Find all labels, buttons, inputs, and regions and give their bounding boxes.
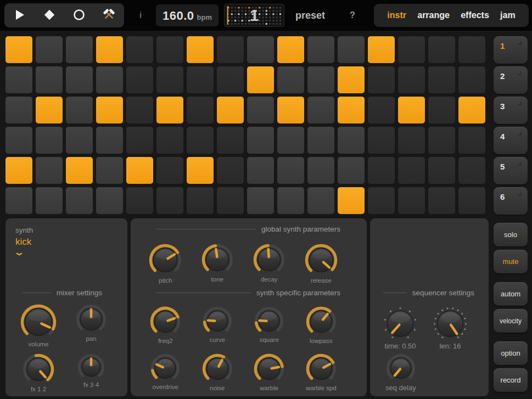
knob-overdrive[interactable]	[150, 353, 180, 383]
step-cell-r6-c4[interactable]	[96, 187, 123, 214]
step-cell-r2-c9[interactable]	[247, 66, 274, 93]
step-cell-r4-c6[interactable]	[156, 127, 183, 154]
step-cell-r5-c16[interactable]	[458, 157, 485, 184]
step-cell-r1-c2[interactable]	[36, 36, 63, 63]
step-cell-r3-c1[interactable]	[5, 97, 32, 123]
step-cell-r6-c9[interactable]	[247, 187, 274, 214]
knob-pitch[interactable]	[149, 244, 182, 277]
step-cell-r6-c1[interactable]	[5, 187, 32, 214]
knob-fx34[interactable]	[77, 353, 105, 381]
tab-arrange[interactable]: arrange	[416, 8, 451, 23]
step-cell-r5-c13[interactable]	[368, 157, 395, 184]
knob-lowpass[interactable]	[306, 306, 337, 337]
step-cell-r2-c11[interactable]	[307, 66, 334, 93]
tools-button[interactable]	[98, 4, 120, 26]
step-cell-r4-c15[interactable]	[428, 127, 455, 154]
step-cell-r6-c10[interactable]	[277, 187, 304, 214]
step-cell-r6-c16[interactable]	[458, 187, 485, 214]
knob-fx12[interactable]	[23, 353, 54, 385]
knob-volume[interactable]	[20, 304, 57, 340]
step-cell-r1-c5[interactable]	[126, 36, 153, 63]
step-cell-r3-c6[interactable]	[156, 97, 183, 123]
step-cell-r6-c2[interactable]	[36, 187, 63, 214]
knob-pan[interactable]	[76, 304, 107, 335]
step-cell-r1-c9[interactable]	[247, 36, 274, 63]
step-cell-r3-c14[interactable]	[398, 97, 425, 123]
step-cell-r2-c5[interactable]	[126, 66, 153, 93]
tab-jam[interactable]: jam	[499, 8, 517, 23]
knob-noise[interactable]	[202, 353, 233, 384]
step-cell-r3-c13[interactable]	[368, 97, 395, 123]
knob-time[interactable]	[383, 306, 418, 341]
step-cell-r4-c2[interactable]	[36, 127, 63, 154]
step-cell-r1-c11[interactable]	[307, 36, 334, 63]
step-cell-r2-c8[interactable]	[217, 66, 244, 93]
step-cell-r2-c16[interactable]	[458, 66, 485, 93]
step-cell-r2-c4[interactable]	[96, 66, 123, 93]
pattern-minimap[interactable]: 1	[224, 4, 284, 27]
tab-effects[interactable]: effects	[460, 8, 490, 23]
step-cell-r5-c12[interactable]	[338, 157, 365, 184]
step-cell-r5-c6[interactable]	[156, 157, 183, 184]
step-cell-r4-c16[interactable]	[458, 127, 485, 154]
step-cell-r3-c12[interactable]	[338, 97, 365, 123]
knob-seq_delay[interactable]	[386, 353, 416, 383]
step-cell-r6-c11[interactable]	[307, 187, 334, 214]
step-cell-r5-c4[interactable]	[96, 157, 123, 184]
info-button[interactable]: i	[134, 0, 147, 31]
solo-button[interactable]: solo	[494, 223, 528, 246]
step-cell-r6-c12[interactable]	[338, 187, 365, 214]
chevron-down-icon[interactable]: ⌄	[14, 247, 25, 257]
step-cell-r6-c15[interactable]	[428, 187, 455, 214]
step-cell-r5-c2[interactable]	[36, 157, 63, 184]
knob-curve[interactable]	[203, 306, 232, 336]
autom-button[interactable]: autom	[494, 282, 528, 306]
tab-instr[interactable]: instr	[386, 8, 407, 23]
step-cell-r4-c7[interactable]	[187, 127, 214, 154]
step-cell-r1-c12[interactable]	[338, 36, 365, 63]
track-button-6[interactable]: 6	[494, 187, 528, 215]
step-cell-r1-c3[interactable]	[66, 36, 93, 63]
mute-button[interactable]: mute	[494, 250, 528, 273]
step-cell-r4-c10[interactable]	[277, 127, 304, 154]
step-cell-r6-c5[interactable]	[126, 187, 153, 214]
step-cell-r4-c14[interactable]	[398, 127, 425, 154]
knob-square[interactable]	[254, 306, 284, 336]
step-cell-r2-c15[interactable]	[428, 66, 455, 93]
step-cell-r5-c15[interactable]	[428, 157, 455, 184]
stop-button[interactable]	[38, 4, 60, 26]
step-cell-r1-c10[interactable]	[277, 36, 304, 63]
step-cell-r3-c4[interactable]	[96, 97, 123, 123]
step-cell-r6-c6[interactable]	[156, 187, 183, 214]
step-cell-r4-c9[interactable]	[247, 127, 274, 154]
step-cell-r6-c14[interactable]	[398, 187, 425, 214]
option-button[interactable]: option	[494, 341, 528, 365]
step-cell-r2-c13[interactable]	[368, 66, 395, 93]
step-cell-r3-c11[interactable]	[307, 97, 334, 123]
step-cell-r4-c1[interactable]	[5, 127, 32, 154]
step-cell-r3-c2[interactable]	[36, 97, 63, 123]
step-cell-r6-c13[interactable]	[368, 187, 395, 214]
step-cell-r5-c5[interactable]	[126, 157, 153, 184]
step-cell-r2-c12[interactable]	[338, 66, 365, 93]
knob-tone[interactable]	[201, 244, 233, 276]
step-cell-r2-c1[interactable]	[5, 66, 32, 93]
step-cell-r3-c10[interactable]	[277, 97, 304, 123]
step-cell-r4-c5[interactable]	[126, 127, 153, 154]
step-cell-r3-c15[interactable]	[428, 97, 455, 123]
step-cell-r1-c15[interactable]	[428, 36, 455, 63]
velocity-button[interactable]: velocity	[494, 309, 528, 333]
knob-freq2[interactable]	[150, 306, 181, 337]
step-cell-r1-c16[interactable]	[458, 36, 485, 63]
step-cell-r1-c1[interactable]	[5, 36, 32, 63]
step-cell-r1-c14[interactable]	[398, 36, 425, 63]
step-cell-r3-c8[interactable]	[217, 97, 244, 123]
knob-release[interactable]	[305, 244, 338, 277]
step-cell-r3-c16[interactable]	[458, 97, 485, 123]
step-cell-r5-c14[interactable]	[398, 157, 425, 184]
step-cell-r2-c2[interactable]	[36, 66, 63, 93]
step-cell-r4-c11[interactable]	[307, 127, 334, 154]
knob-decay[interactable]	[253, 244, 285, 276]
knob-len[interactable]	[433, 306, 468, 341]
step-cell-r2-c7[interactable]	[187, 66, 214, 93]
